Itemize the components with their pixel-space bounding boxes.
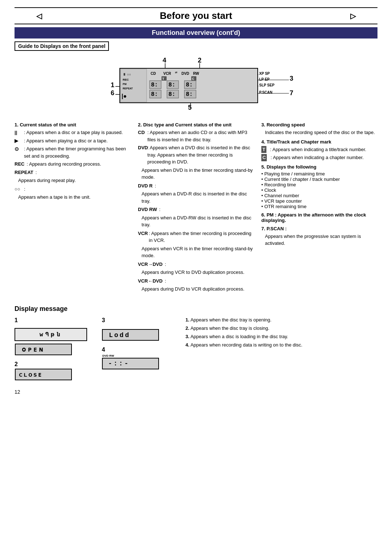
load-display-svg: Lodd [102, 328, 160, 341]
svg-text:REC: REC [123, 78, 129, 81]
col1-sym3: ⊙ [15, 145, 22, 159]
col2-vcr: VCR : Appears when the timer recording i… [138, 230, 254, 244]
col3-bullet6: • VCR tape counter [261, 198, 377, 204]
col2-dvdr-label: DVD R [138, 182, 152, 190]
panel-svg: 4 2 ⏸ ○○ REC PM REPEAT |● CD VCR ⇌ DVD R… [91, 54, 301, 116]
label-1: 1 [111, 81, 114, 89]
svg-text:⇌: ⇌ [175, 71, 177, 74]
svg-text:8:: 8: [168, 82, 175, 88]
col3-t-text: : Appears when indicating a title/track … [270, 146, 366, 153]
col3-bullet3: • Recording time [261, 182, 377, 187]
label-6: 6 [111, 89, 114, 97]
col3-bullet1: • Playing time / remaining time [261, 171, 377, 177]
msg-num-2: 2 [15, 361, 18, 367]
svg-text:P.SCAN: P.SCAN [259, 90, 273, 94]
col3-bullet2: • Current title / chapter / track number [261, 177, 377, 182]
page-number: 12 [15, 389, 377, 395]
label-3: 3 [290, 75, 293, 82]
col3-title3: 5. Displays the following [261, 164, 377, 170]
col2-dvdrw-body: Appears when a DVD-RW disc is inserted i… [142, 214, 254, 228]
page-title: Before you start [15, 7, 377, 24]
display-col-left: 1 ԝՊթն ᴏᴘᴇɴ 2 ᴄʟᴏꜱᴇ [15, 317, 87, 382]
display-message-content: 1 ԝՊթն ᴏᴘᴇɴ 2 ᴄʟᴏꜱᴇ [15, 317, 377, 382]
col2-vcrtodvd: VCR→DVD : [138, 261, 254, 268]
svg-text:8:: 8: [151, 91, 158, 98]
col2-dvdtovcr-body: Appears during DVD to VCR duplication pr… [142, 285, 254, 293]
col3-rec-text: Indicates the recording speed of the dis… [265, 129, 377, 136]
col2-cd: CD : Appears when an audio CD or a disc … [138, 129, 254, 143]
column-2: 2. Disc type and Current status of the u… [138, 119, 254, 294]
col2-dvdtovcr: VCR←DVD : [138, 278, 254, 285]
msg-right-item4: 4. Appears when recording data is writin… [185, 342, 377, 348]
col1-text4: : Appears during recording process. [26, 161, 101, 168]
col3-bullet4: • Clock [261, 187, 377, 193]
svg-text:REPEAT: REPEAT [123, 87, 133, 90]
col2-dvdrw-label: DVD RW [138, 206, 157, 213]
col3-pscan-body: Appears when the progressive scan system… [265, 233, 377, 247]
svg-text:RW: RW [193, 72, 199, 76]
svg-text:SLP SEP: SLP SEP [259, 83, 274, 87]
col2-vcrtodvd-body: Appears during VCR to DVD duplication pr… [142, 269, 254, 276]
col1-text2: : Appears when playing a disc or a tape. [24, 137, 108, 145]
svg-text:T: T [162, 77, 164, 81]
msg-num-1: 1 [15, 317, 18, 324]
col1-text6: : [24, 186, 25, 193]
col1-item4: REC : Appears during recording process. [15, 161, 131, 168]
msg-display-open: ԝՊթն [15, 328, 87, 341]
col3-c-sym: C [261, 154, 267, 161]
col2-dvd-label: DVD [138, 144, 145, 166]
col1-text3: : Appears when the timer programming has… [24, 145, 131, 159]
svg-text:DVD: DVD [181, 72, 189, 76]
svg-text:DVD  RW: DVD RW [102, 354, 114, 357]
col1-sym2: ▶ [15, 137, 22, 145]
col2-vcrtodvd-label: VCR→DVD [138, 261, 163, 268]
col1-text5: : [36, 169, 37, 176]
col2-dvd-body2: Appears when DVD is in the timer recordi… [142, 167, 254, 181]
msg-right-item1: 1. Appears when the disc tray is opening… [185, 317, 377, 323]
col1-item5: REPEAT : [15, 169, 131, 176]
col2-dvd-text: : Appears when a DVD disc is inserted in… [147, 144, 254, 166]
svg-text:XP SP: XP SP [259, 72, 270, 76]
col2-cd-label: CD [138, 129, 145, 143]
svg-text:8:: 8: [168, 91, 175, 98]
svg-text:⏸: ⏸ [123, 73, 126, 76]
col2-dvd: DVD : Appears when a DVD disc is inserte… [138, 144, 254, 166]
label-2: 2 [198, 57, 201, 64]
col1-sym1: || [15, 129, 22, 136]
col1-body6: Appears when a tape is in the unit. [18, 194, 131, 201]
label-4: 4 [163, 57, 166, 64]
col2-dvdrw-text: : [159, 206, 160, 213]
sub-header: Guide to Displays on the front panel [15, 41, 109, 51]
col3-bullet5: • Channel number [261, 193, 377, 198]
rec-display-svg: DVD RW -::- [102, 353, 160, 370]
col2-dvdrw: DVD RW : [138, 206, 254, 213]
svg-text:ᴄʟᴏꜱᴇ: ᴄʟᴏꜱᴇ [19, 372, 42, 378]
close-display-svg: ᴄʟᴏꜱᴇ [15, 368, 73, 381]
col3-title4: 6. PM : Appears in the afternoon with th… [261, 212, 377, 223]
msg-right-item3: 3. Appears when a disc is loading in the… [185, 334, 377, 339]
col1-sym6: ○○ [15, 186, 22, 193]
col1-sym5: REPEAT [15, 169, 33, 176]
col1-sym4: REC [15, 161, 24, 168]
svg-text:Lodd: Lodd [109, 332, 130, 339]
col2-vcr-label: VCR [138, 230, 147, 244]
display-message-title: Display message [15, 305, 377, 313]
label-7: 7 [290, 89, 293, 97]
col2-dvdtovcr-label: VCR←DVD [138, 278, 163, 285]
svg-text:8:: 8: [151, 82, 158, 88]
col3-title5: 7. P.SCAN : [261, 226, 377, 231]
col3-t-sym: T [261, 146, 266, 153]
col2-vcrtodvd-text: : [165, 261, 166, 268]
col1-text1: : Appears when a disc or a tape play is … [24, 129, 123, 136]
col3-c-text: : Appears when indicating a chapter numb… [270, 154, 364, 161]
column-3: 3. Recording speed Indicates the recordi… [261, 119, 377, 294]
svg-text:PM: PM [123, 83, 127, 85]
display-col-right: 3 Lodd 4 DVD RW -::- [102, 317, 174, 382]
msg-num-4: 4 [102, 347, 105, 353]
open-display-svg: ᴏᴘᴇɴ [15, 343, 73, 356]
svg-text:8:: 8: [186, 91, 193, 98]
col3-bullet7: • OTR remaining time [261, 204, 377, 209]
col2-dvdr: DVD R : [138, 182, 254, 190]
svg-text:ᴏᴘᴇɴ: ᴏᴘᴇɴ [22, 346, 45, 353]
col3-title1: 3. Recording speed [261, 122, 377, 127]
